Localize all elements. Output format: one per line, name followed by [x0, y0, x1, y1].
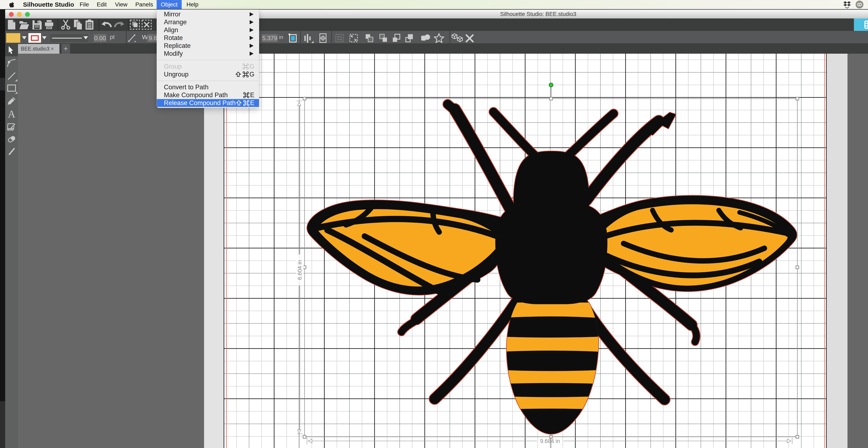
svg-text:6.604 in: 6.604 in — [297, 260, 303, 280]
svg-text:9.684 in: 9.684 in — [540, 438, 560, 444]
